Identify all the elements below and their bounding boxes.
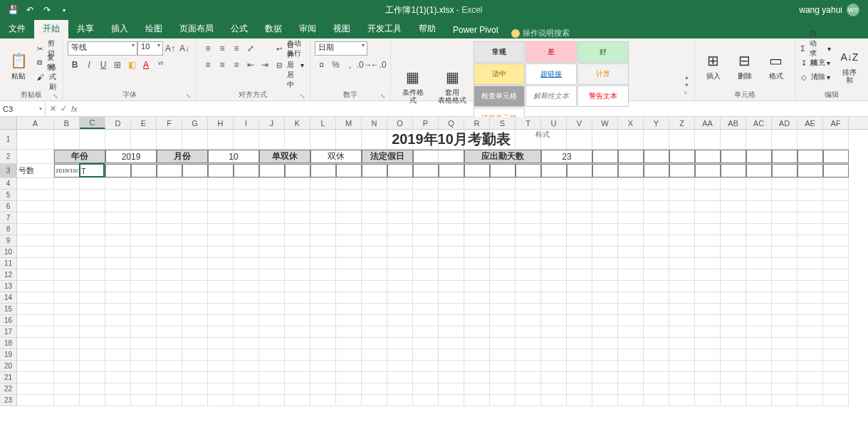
row-header-1[interactable]: 1	[0, 130, 17, 150]
cell[interactable]	[618, 292, 644, 303]
col-header-T[interactable]: T	[516, 117, 541, 129]
cell-merged[interactable]	[644, 150, 669, 163]
cell[interactable]	[259, 315, 285, 326]
cell[interactable]	[464, 178, 490, 189]
row-header-2[interactable]: 2	[0, 150, 17, 164]
cell[interactable]	[592, 281, 618, 291]
cell[interactable]	[285, 258, 310, 269]
col-header-S[interactable]: S	[490, 117, 516, 129]
cell[interactable]	[772, 258, 798, 269]
cell-merged[interactable]: T	[80, 164, 105, 177]
cell[interactable]	[798, 212, 823, 223]
cell[interactable]	[541, 315, 567, 326]
cell[interactable]	[362, 315, 387, 326]
cell[interactable]	[644, 383, 669, 394]
cell[interactable]	[618, 383, 644, 394]
cell[interactable]	[310, 349, 336, 360]
cell[interactable]	[721, 395, 746, 405]
cell[interactable]	[157, 292, 182, 303]
cell[interactable]	[208, 258, 234, 269]
col-header-AD[interactable]: AD	[772, 117, 798, 129]
cell[interactable]	[310, 235, 336, 246]
cell[interactable]	[157, 224, 182, 234]
cell-merged[interactable]: 年份	[54, 150, 105, 163]
cell[interactable]	[644, 247, 669, 257]
cell[interactable]	[208, 349, 234, 360]
cell[interactable]	[439, 164, 464, 177]
cell[interactable]	[259, 395, 285, 405]
cell[interactable]	[182, 338, 208, 348]
cell[interactable]	[746, 190, 772, 200]
cell[interactable]	[182, 178, 208, 189]
cell[interactable]	[490, 383, 516, 394]
cell[interactable]	[387, 292, 413, 303]
cell[interactable]	[310, 281, 336, 291]
cell[interactable]	[362, 338, 387, 348]
cell[interactable]	[695, 292, 721, 303]
cell[interactable]	[208, 372, 234, 383]
cell[interactable]	[644, 281, 669, 291]
cell[interactable]	[182, 224, 208, 234]
underline-button[interactable]: U	[96, 58, 110, 72]
cell[interactable]	[285, 178, 310, 189]
cell[interactable]	[592, 361, 618, 371]
cell[interactable]	[362, 269, 387, 280]
cell[interactable]	[413, 247, 439, 257]
cell[interactable]	[285, 201, 310, 212]
cell[interactable]	[80, 178, 105, 189]
cell[interactable]	[798, 201, 823, 212]
cell-merged[interactable]: 应出勤天数	[464, 150, 541, 163]
cell[interactable]	[618, 281, 644, 291]
cell[interactable]	[131, 372, 157, 383]
cell[interactable]	[490, 164, 516, 177]
cell[interactable]	[285, 292, 310, 303]
cell[interactable]	[516, 224, 541, 234]
cell[interactable]	[516, 247, 541, 257]
cell[interactable]	[259, 164, 285, 177]
cell[interactable]	[669, 292, 695, 303]
cell[interactable]	[541, 395, 567, 405]
cell[interactable]	[823, 349, 849, 360]
cell[interactable]	[592, 372, 618, 383]
cell[interactable]	[17, 326, 54, 337]
cell[interactable]	[234, 315, 259, 326]
align-left-icon[interactable]: ≡	[201, 58, 215, 72]
cell[interactable]	[695, 338, 721, 348]
cell[interactable]	[592, 269, 618, 280]
cell[interactable]	[131, 224, 157, 234]
cell[interactable]	[208, 304, 234, 314]
cell[interactable]	[464, 224, 490, 234]
cell[interactable]	[721, 164, 746, 177]
cell[interactable]	[798, 315, 823, 326]
cell[interactable]	[131, 338, 157, 348]
cell-merged[interactable]	[669, 150, 695, 163]
bold-button[interactable]: B	[68, 58, 82, 72]
cell[interactable]	[772, 338, 798, 348]
cell[interactable]	[592, 201, 618, 212]
cell[interactable]	[516, 281, 541, 291]
cell[interactable]	[772, 212, 798, 223]
cell[interactable]	[182, 258, 208, 269]
cell[interactable]	[80, 292, 105, 303]
cell[interactable]	[541, 212, 567, 223]
cell[interactable]	[746, 269, 772, 280]
cell-merged[interactable]	[618, 150, 644, 163]
cell-merged[interactable]: 23	[541, 150, 592, 163]
font-size-combo[interactable]: 10	[137, 41, 163, 56]
cell[interactable]	[644, 315, 669, 326]
cell[interactable]	[541, 164, 567, 177]
cell[interactable]	[17, 224, 54, 234]
cell[interactable]	[567, 201, 592, 212]
cell[interactable]	[772, 315, 798, 326]
cell[interactable]	[387, 269, 413, 280]
cell[interactable]	[259, 258, 285, 269]
cell[interactable]	[336, 190, 362, 200]
style-good[interactable]: 好	[577, 41, 629, 63]
col-header-A[interactable]: A	[17, 117, 54, 129]
cell[interactable]	[413, 235, 439, 246]
cell[interactable]	[105, 269, 131, 280]
cell[interactable]	[772, 383, 798, 394]
cell[interactable]	[182, 304, 208, 314]
col-header-AA[interactable]: AA	[695, 117, 721, 129]
cell[interactable]	[259, 235, 285, 246]
